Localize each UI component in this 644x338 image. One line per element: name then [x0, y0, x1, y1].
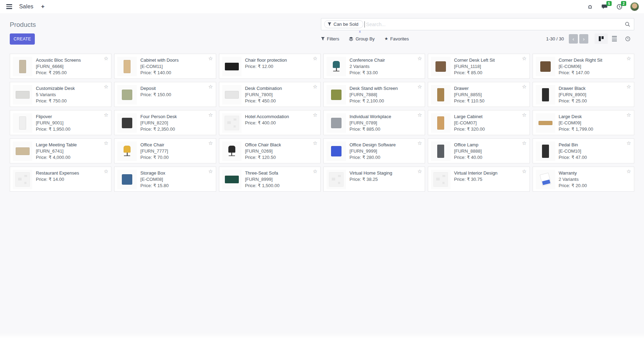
product-card[interactable]: Flipover [FURN_9001] Price: ₹ 1,950.00 ☆ — [10, 110, 111, 135]
activity-view-button[interactable] — [621, 33, 634, 44]
favorite-star-icon[interactable]: ☆ — [417, 140, 422, 146]
create-button[interactable]: CREATE — [10, 33, 35, 45]
product-card[interactable]: Deposit Price: ₹ 150.00 ☆ — [114, 82, 216, 107]
apps-menu-icon[interactable] — [5, 3, 14, 10]
product-card[interactable]: Large Cabinet [E-COM07] Price: ₹ 320.00 … — [428, 110, 529, 135]
search-facet-can-be-sold[interactable]: Can be Sold — [324, 20, 363, 28]
pager-previous-button[interactable]: ‹ — [569, 34, 578, 44]
product-card[interactable]: Desk Combination [FURN_7800] Price: ₹ 45… — [219, 82, 321, 107]
debug-bug-icon[interactable] — [586, 3, 594, 10]
favorite-star-icon[interactable]: ☆ — [522, 169, 526, 174]
favorite-star-icon[interactable]: ☆ — [627, 84, 631, 89]
favorite-star-icon[interactable]: ☆ — [208, 84, 213, 89]
product-name[interactable]: Office Design Software — [350, 142, 396, 147]
product-card[interactable]: Virtual Interior Design Price: ₹ 30.75 ☆ — [428, 167, 529, 192]
product-card[interactable]: Customizable Desk 5 Variants Price: ₹ 75… — [10, 82, 111, 107]
product-name[interactable]: Deposit — [140, 86, 171, 91]
favorite-star-icon[interactable]: ☆ — [522, 84, 526, 89]
app-name[interactable]: Sales — [19, 3, 33, 10]
product-card[interactable]: Corner Desk Right Sit [E-COM06] Price: ₹… — [533, 54, 634, 79]
product-name[interactable]: Desk Stand with Screen — [350, 86, 398, 91]
product-name[interactable]: Conference Chair — [350, 57, 385, 63]
favorite-star-icon[interactable]: ☆ — [313, 112, 317, 117]
product-name[interactable]: Virtual Interior Design — [454, 170, 497, 176]
product-card[interactable]: Hotel Accommodation Price: ₹ 400.00 ☆ — [219, 110, 321, 135]
favorite-star-icon[interactable]: ☆ — [208, 56, 213, 61]
product-card[interactable]: Chair floor protection Price: ₹ 12.00 ☆ — [219, 54, 321, 79]
favorite-star-icon[interactable]: ☆ — [627, 169, 631, 174]
product-card[interactable]: Drawer [FURN_8855] Price: ₹ 110.50 ☆ — [428, 82, 529, 107]
product-card[interactable]: Four Person Desk [FURN_8220] Price: ₹ 2,… — [114, 110, 216, 135]
product-card[interactable]: Three-Seat Sofa [FURN_8999] Price: ₹ 1,5… — [219, 167, 321, 192]
favorite-star-icon[interactable]: ☆ — [417, 84, 422, 89]
favorite-star-icon[interactable]: ☆ — [417, 112, 422, 117]
product-name[interactable]: Hotel Accommodation — [245, 114, 289, 119]
product-name[interactable]: Warranty — [559, 170, 587, 176]
favorite-star-icon[interactable]: ☆ — [313, 84, 317, 89]
product-card[interactable]: Office Design Software [FURN_9999] Price… — [323, 138, 425, 163]
favorite-star-icon[interactable]: ☆ — [313, 169, 317, 174]
user-avatar[interactable] — [630, 2, 639, 11]
product-name[interactable]: Restaurant Expenses — [36, 170, 79, 176]
favorite-star-icon[interactable]: ☆ — [208, 140, 213, 146]
new-tab-button[interactable]: + — [39, 3, 47, 10]
favorite-star-icon[interactable]: ☆ — [417, 56, 422, 61]
product-name[interactable]: Storage Box — [140, 170, 168, 176]
product-name[interactable]: Drawer Black — [559, 86, 587, 91]
favorite-star-icon[interactable]: ☆ — [627, 112, 631, 117]
favorite-star-icon[interactable]: ☆ — [104, 112, 108, 117]
favorite-star-icon[interactable]: ☆ — [522, 140, 526, 146]
product-name[interactable]: Four Person Desk — [140, 114, 177, 119]
favorite-star-icon[interactable]: ☆ — [313, 140, 317, 146]
product-name[interactable]: Office Chair — [140, 142, 168, 147]
product-name[interactable]: Drawer — [454, 86, 485, 91]
product-name[interactable]: Virtual Home Staging — [350, 170, 392, 176]
product-name[interactable]: Pedal Bin — [559, 142, 587, 147]
product-name[interactable]: Office Chair Black — [245, 142, 281, 147]
product-name[interactable]: Large Desk — [559, 114, 593, 119]
favorite-star-icon[interactable]: ☆ — [208, 169, 213, 174]
kanban-view-button[interactable] — [595, 33, 608, 44]
product-card[interactable]: Drawer Black [FURN_8900] Price: ₹ 25.00 … — [533, 82, 634, 107]
facet-remove-icon[interactable]: x — [359, 30, 361, 33]
product-card[interactable]: Pedal Bin [E-COM10] Price: ₹ 47.00 ☆ — [533, 138, 634, 163]
favorite-star-icon[interactable]: ☆ — [104, 169, 108, 174]
favorite-star-icon[interactable]: ☆ — [104, 56, 108, 61]
product-name[interactable]: Cabinet with Doors — [140, 57, 179, 63]
product-card[interactable]: Restaurant Expenses Price: ₹ 14.00 ☆ — [10, 167, 111, 192]
product-name[interactable]: Individual Workplace — [350, 114, 391, 119]
search-icon[interactable] — [625, 22, 630, 27]
product-card[interactable]: Conference Chair 2 Variants Price: ₹ 33.… — [323, 54, 425, 79]
product-name[interactable]: Large Meeting Table — [36, 142, 77, 147]
product-card[interactable]: Office Lamp [FURN_8888] Price: ₹ 40.00 ☆ — [428, 138, 529, 163]
product-card[interactable]: Acoustic Bloc Screens [FURN_6666] Price:… — [10, 54, 111, 79]
product-card[interactable]: Desk Stand with Screen [FURN_7888] Price… — [323, 82, 425, 107]
product-name[interactable]: Desk Combination — [245, 86, 282, 91]
product-card[interactable]: Cabinet with Doors [E-COM11] Price: ₹ 14… — [114, 54, 216, 79]
favorite-star-icon[interactable]: ☆ — [313, 56, 317, 61]
product-name[interactable]: Office Lamp — [454, 142, 482, 147]
product-card[interactable]: Large Meeting Table [FURN_6741] Price: ₹… — [10, 138, 111, 163]
favorite-star-icon[interactable]: ☆ — [627, 56, 631, 61]
favorite-star-icon[interactable]: ☆ — [208, 112, 213, 117]
favorite-star-icon[interactable]: ☆ — [104, 84, 108, 89]
product-name[interactable]: Large Cabinet — [454, 114, 485, 119]
favorite-star-icon[interactable]: ☆ — [417, 169, 422, 174]
favorite-star-icon[interactable]: ☆ — [522, 56, 526, 61]
favorite-star-icon[interactable]: ☆ — [522, 112, 526, 117]
filters-button[interactable]: Filters — [321, 36, 339, 41]
product-card[interactable]: Storage Box [E-COM08] Price: ₹ 15.80 ☆ — [114, 167, 216, 192]
favorite-star-icon[interactable]: ☆ — [627, 140, 631, 146]
product-name[interactable]: Chair floor protection — [245, 57, 287, 63]
product-card[interactable]: Office Chair Black [FURN_0269] Price: ₹ … — [219, 138, 321, 163]
messages-icon[interactable]: 5 — [601, 3, 608, 10]
product-card[interactable]: Virtual Home Staging Price: ₹ 38.25 ☆ — [323, 167, 425, 192]
pager-next-button[interactable]: › — [579, 34, 588, 44]
product-card[interactable]: Warranty 2 Variants Price: ₹ 20.00 ☆ — [533, 167, 634, 192]
product-name[interactable]: Corner Desk Right Sit — [559, 57, 603, 63]
product-card[interactable]: Office Chair [FURN_7777] Price: ₹ 70.00 … — [114, 138, 216, 163]
list-view-button[interactable] — [608, 33, 621, 44]
product-name[interactable]: Three-Seat Sofa — [245, 170, 280, 176]
product-name[interactable]: Corner Desk Left Sit — [454, 57, 495, 63]
product-card[interactable]: Large Desk [E-COM09] Price: ₹ 1,799.00 ☆ — [533, 110, 634, 135]
